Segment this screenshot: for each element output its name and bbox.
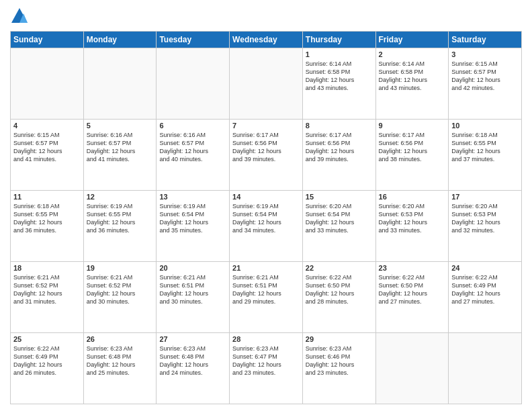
day-number: 7 — [232, 122, 300, 130]
calendar-cell: 7Sunrise: 6:17 AM Sunset: 6:56 PM Daylig… — [230, 120, 303, 191]
day-number: 20 — [159, 264, 226, 272]
day-number: 11 — [13, 193, 81, 201]
calendar-cell — [83, 48, 157, 120]
day-number: 28 — [232, 335, 300, 343]
day-number: 15 — [306, 193, 373, 201]
day-info: Sunrise: 6:16 AM Sunset: 6:57 PM Dayligh… — [87, 131, 154, 164]
day-number: 17 — [451, 193, 519, 201]
day-info: Sunrise: 6:21 AM Sunset: 6:51 PM Dayligh… — [232, 273, 300, 306]
calendar-cell: 21Sunrise: 6:21 AM Sunset: 6:51 PM Dayli… — [230, 262, 303, 333]
day-number: 2 — [379, 50, 446, 58]
day-info: Sunrise: 6:20 AM Sunset: 6:53 PM Dayligh… — [379, 202, 446, 235]
day-number: 13 — [159, 193, 226, 201]
calendar-week-row: 1Sunrise: 6:14 AM Sunset: 6:58 PM Daylig… — [11, 48, 522, 120]
calendar-cell — [449, 333, 522, 404]
day-number: 25 — [13, 335, 81, 343]
day-info: Sunrise: 6:23 AM Sunset: 6:48 PM Dayligh… — [87, 345, 154, 377]
calendar-cell: 6Sunrise: 6:16 AM Sunset: 6:57 PM Daylig… — [157, 120, 230, 191]
calendar-table: SundayMondayTuesdayWednesdayThursdayFrid… — [10, 31, 522, 404]
day-number: 19 — [87, 264, 154, 272]
calendar-cell: 27Sunrise: 6:23 AM Sunset: 6:48 PM Dayli… — [157, 333, 230, 404]
day-info: Sunrise: 6:23 AM Sunset: 6:46 PM Dayligh… — [306, 345, 373, 377]
day-number: 14 — [232, 193, 300, 201]
calendar-week-row: 18Sunrise: 6:21 AM Sunset: 6:52 PM Dayli… — [11, 262, 522, 333]
day-info: Sunrise: 6:22 AM Sunset: 6:50 PM Dayligh… — [379, 273, 446, 306]
day-info: Sunrise: 6:17 AM Sunset: 6:56 PM Dayligh… — [306, 131, 373, 164]
calendar-cell: 15Sunrise: 6:20 AM Sunset: 6:54 PM Dayli… — [302, 191, 375, 262]
calendar-cell: 11Sunrise: 6:18 AM Sunset: 6:55 PM Dayli… — [11, 191, 84, 262]
calendar-cell — [375, 333, 449, 404]
day-number: 21 — [232, 264, 300, 272]
day-of-week-header: Saturday — [449, 32, 522, 48]
calendar-body: 1Sunrise: 6:14 AM Sunset: 6:58 PM Daylig… — [11, 48, 522, 404]
calendar-cell: 13Sunrise: 6:19 AM Sunset: 6:54 PM Dayli… — [157, 191, 230, 262]
day-info: Sunrise: 6:23 AM Sunset: 6:47 PM Dayligh… — [232, 345, 300, 377]
day-of-week-header: Thursday — [302, 32, 375, 48]
day-info: Sunrise: 6:18 AM Sunset: 6:55 PM Dayligh… — [13, 202, 81, 235]
day-info: Sunrise: 6:19 AM Sunset: 6:54 PM Dayligh… — [232, 202, 300, 235]
day-info: Sunrise: 6:20 AM Sunset: 6:53 PM Dayligh… — [451, 202, 519, 235]
calendar-cell: 20Sunrise: 6:21 AM Sunset: 6:51 PM Dayli… — [157, 262, 230, 333]
calendar-cell: 4Sunrise: 6:15 AM Sunset: 6:57 PM Daylig… — [11, 120, 84, 191]
calendar-cell: 14Sunrise: 6:19 AM Sunset: 6:54 PM Dayli… — [230, 191, 303, 262]
day-info: Sunrise: 6:23 AM Sunset: 6:48 PM Dayligh… — [159, 345, 226, 377]
calendar-cell: 3Sunrise: 6:15 AM Sunset: 6:57 PM Daylig… — [449, 48, 522, 120]
day-number: 3 — [451, 50, 519, 58]
day-number: 22 — [306, 264, 373, 272]
day-number: 18 — [13, 264, 81, 272]
calendar-cell — [11, 48, 84, 120]
day-info: Sunrise: 6:21 AM Sunset: 6:51 PM Dayligh… — [159, 273, 226, 306]
calendar-cell: 25Sunrise: 6:22 AM Sunset: 6:49 PM Dayli… — [11, 333, 84, 404]
day-number: 24 — [451, 264, 519, 272]
day-info: Sunrise: 6:22 AM Sunset: 6:50 PM Dayligh… — [306, 273, 373, 306]
calendar-cell: 1Sunrise: 6:14 AM Sunset: 6:58 PM Daylig… — [302, 48, 375, 120]
day-info: Sunrise: 6:15 AM Sunset: 6:57 PM Dayligh… — [13, 131, 81, 164]
calendar-cell: 16Sunrise: 6:20 AM Sunset: 6:53 PM Dayli… — [375, 191, 449, 262]
calendar-week-row: 4Sunrise: 6:15 AM Sunset: 6:57 PM Daylig… — [11, 120, 522, 191]
calendar-cell: 18Sunrise: 6:21 AM Sunset: 6:52 PM Dayli… — [11, 262, 84, 333]
day-number: 8 — [306, 122, 373, 130]
day-number: 1 — [306, 50, 373, 58]
calendar-cell: 24Sunrise: 6:22 AM Sunset: 6:49 PM Dayli… — [449, 262, 522, 333]
day-number: 29 — [306, 335, 373, 343]
day-number: 26 — [87, 335, 154, 343]
day-info: Sunrise: 6:15 AM Sunset: 6:57 PM Dayligh… — [451, 60, 519, 93]
calendar-cell: 17Sunrise: 6:20 AM Sunset: 6:53 PM Dayli… — [449, 191, 522, 262]
calendar-week-row: 25Sunrise: 6:22 AM Sunset: 6:49 PM Dayli… — [11, 333, 522, 404]
day-number: 6 — [159, 122, 226, 130]
day-number: 12 — [87, 193, 154, 201]
logo — [10, 7, 32, 26]
day-info: Sunrise: 6:17 AM Sunset: 6:56 PM Dayligh… — [232, 131, 300, 164]
day-number: 5 — [87, 122, 154, 130]
day-info: Sunrise: 6:16 AM Sunset: 6:57 PM Dayligh… — [159, 131, 226, 164]
page: SundayMondayTuesdayWednesdayThursdayFrid… — [0, 0, 532, 411]
calendar-cell: 23Sunrise: 6:22 AM Sunset: 6:50 PM Dayli… — [375, 262, 449, 333]
calendar-cell: 9Sunrise: 6:17 AM Sunset: 6:56 PM Daylig… — [375, 120, 449, 191]
logo-icon — [10, 7, 29, 26]
day-info: Sunrise: 6:21 AM Sunset: 6:52 PM Dayligh… — [87, 273, 154, 306]
calendar-week-row: 11Sunrise: 6:18 AM Sunset: 6:55 PM Dayli… — [11, 191, 522, 262]
calendar-cell: 2Sunrise: 6:14 AM Sunset: 6:58 PM Daylig… — [375, 48, 449, 120]
calendar-cell: 26Sunrise: 6:23 AM Sunset: 6:48 PM Dayli… — [83, 333, 157, 404]
calendar-cell: 29Sunrise: 6:23 AM Sunset: 6:46 PM Dayli… — [302, 333, 375, 404]
day-info: Sunrise: 6:22 AM Sunset: 6:49 PM Dayligh… — [13, 345, 81, 377]
calendar-cell: 10Sunrise: 6:18 AM Sunset: 6:55 PM Dayli… — [449, 120, 522, 191]
calendar-cell: 22Sunrise: 6:22 AM Sunset: 6:50 PM Dayli… — [302, 262, 375, 333]
day-number: 23 — [379, 264, 446, 272]
day-info: Sunrise: 6:14 AM Sunset: 6:58 PM Dayligh… — [379, 60, 446, 93]
day-of-week-header: Monday — [83, 32, 157, 48]
day-info: Sunrise: 6:17 AM Sunset: 6:56 PM Dayligh… — [379, 131, 446, 164]
day-info: Sunrise: 6:18 AM Sunset: 6:55 PM Dayligh… — [451, 131, 519, 164]
day-number: 9 — [379, 122, 446, 130]
day-info: Sunrise: 6:19 AM Sunset: 6:54 PM Dayligh… — [159, 202, 226, 235]
calendar-cell — [157, 48, 230, 120]
calendar-cell: 8Sunrise: 6:17 AM Sunset: 6:56 PM Daylig… — [302, 120, 375, 191]
day-number: 27 — [159, 335, 226, 343]
calendar-cell: 19Sunrise: 6:21 AM Sunset: 6:52 PM Dayli… — [83, 262, 157, 333]
day-info: Sunrise: 6:21 AM Sunset: 6:52 PM Dayligh… — [13, 273, 81, 306]
day-info: Sunrise: 6:22 AM Sunset: 6:49 PM Dayligh… — [451, 273, 519, 306]
day-number: 4 — [13, 122, 81, 130]
calendar-cell — [230, 48, 303, 120]
day-info: Sunrise: 6:19 AM Sunset: 6:55 PM Dayligh… — [87, 202, 154, 235]
calendar-cell: 5Sunrise: 6:16 AM Sunset: 6:57 PM Daylig… — [83, 120, 157, 191]
